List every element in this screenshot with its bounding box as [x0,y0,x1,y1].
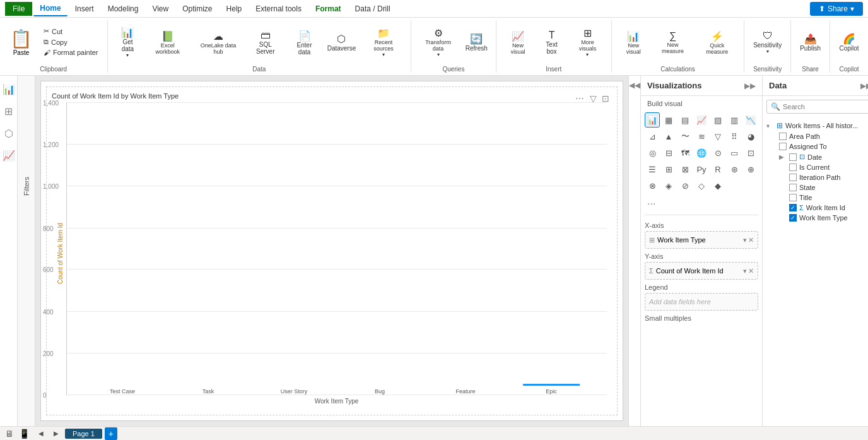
tree-item-area-path[interactable]: Area Path [766,131,868,141]
chart-container[interactable]: Count of Work Item Id by Work Item Type … [46,86,618,415]
refresh-button[interactable]: 🔄 Refresh [462,30,491,54]
viz-kpi-icon[interactable]: ⊡ [743,145,758,160]
add-page-button[interactable]: + [105,427,117,440]
viz-donut-icon[interactable]: ◎ [645,145,660,160]
tree-checkbox-area-path[interactable] [779,133,787,140]
sensitivity-button[interactable]: 🛡 Sensitivity ▾ [749,28,785,57]
viz-collapse-left-icon[interactable]: ◀◀ [629,81,640,90]
viz-card-icon[interactable]: ▭ [727,145,742,160]
new-measure-button[interactable]: ∑ New measure [653,28,693,57]
legend-box[interactable]: Add data fields here [645,293,758,311]
viz-more3-icon[interactable]: ⊘ [677,178,693,193]
recent-sources-button[interactable]: 📁 Recent sources ▾ [361,25,406,60]
tree-item-iteration-path[interactable]: Iteration Path [766,172,868,182]
menu-modeling[interactable]: Modeling [102,2,145,16]
report-view-icon[interactable]: 📊 [0,81,18,98]
viz-100pct-column-icon[interactable]: ▥ [727,112,742,128]
enter-data-button[interactable]: 📄 Enter data [287,27,322,58]
desktop-view-icon[interactable]: 🖥 [5,429,14,439]
search-input[interactable] [783,103,868,110]
viz-table-icon[interactable]: ⊞ [661,162,676,177]
viz-pie-chart-icon[interactable]: ◕ [743,129,758,144]
viz-matrix-icon[interactable]: ⊠ [677,162,693,177]
viz-bar-chart-icon[interactable]: 📊 [645,112,660,128]
tree-checkbox-date[interactable] [789,153,797,161]
viz-more1-icon[interactable]: ⊗ [645,178,660,193]
canvas-area[interactable]: Count of Work Item Id by Work Item Type … [35,76,628,426]
bar-epic[interactable] [523,384,580,386]
tree-root-item[interactable]: ▾ ⊞ Work Items - All histor... [766,120,868,131]
y-axis-expand-btn[interactable]: ▾ [743,267,747,275]
menu-help[interactable]: Help [220,2,249,16]
viz-100pct-bar-icon[interactable]: ▤ [677,112,693,128]
tree-checkbox-title[interactable] [789,194,797,201]
menu-format[interactable]: Format [309,2,348,16]
menu-home[interactable]: Home [33,1,67,16]
viz-column-chart-icon[interactable]: 📈 [694,112,709,128]
x-axis-remove-btn[interactable]: ✕ [748,236,754,244]
sql-server-button[interactable]: 🗃 SQL Server [247,27,284,57]
viz-scatter-icon[interactable]: ⠿ [727,129,742,144]
tree-item-is-current[interactable]: Is Current [766,162,868,172]
menu-optimize[interactable]: Optimize [176,2,218,16]
viz-custom4-icon[interactable]: ⊕ [743,162,758,177]
excel-workbook-button[interactable]: 📗 Excel workbook [145,28,190,57]
tree-item-date[interactable]: ▶ ⊡ Date [766,152,868,162]
menu-external-tools[interactable]: External tools [249,2,308,16]
tree-item-assigned-to[interactable]: Assigned To [766,141,868,152]
tree-checkbox-assigned-to[interactable] [779,143,787,150]
page-1-tab[interactable]: Page 1 [65,429,102,439]
share-button[interactable]: ⬆ Share ▾ [810,2,863,16]
next-page-btn[interactable]: ▶ [50,427,62,440]
y-axis-box[interactable]: Σ Count of Work Item Id ▾ ✕ [645,262,758,280]
viz-line-chart-icon[interactable]: 📉 [743,112,758,128]
viz-custom2-icon[interactable]: R [710,162,725,177]
viz-gauge-icon[interactable]: ⊙ [710,145,725,160]
tree-root-expand-icon[interactable]: ▾ [766,122,774,129]
copy-button[interactable]: ⧉ Copy [40,37,102,47]
tree-item-work-item-type[interactable]: ✓ Work Item Type [766,213,868,223]
data-panel-expand-icon[interactable]: ▶▶ [860,81,868,90]
viz-treemap-icon[interactable]: ⊟ [661,145,676,160]
viz-waterfall-icon[interactable]: ≋ [694,129,709,144]
viz-more4-icon[interactable]: ◇ [694,178,709,193]
publish-button[interactable]: 📤 Publish [796,30,824,54]
paste-button[interactable]: 📋 Paste [5,26,37,59]
onelake-button[interactable]: ☁ OneLake data hub [192,28,243,57]
tree-item-title[interactable]: Title [766,193,868,203]
menu-insert[interactable]: Insert [69,2,100,16]
dax-query-icon[interactable]: 📈 [0,147,18,164]
tree-checkbox-iteration-path[interactable] [789,174,797,181]
viz-more5-icon[interactable]: ◆ [710,178,725,193]
x-axis-expand-btn[interactable]: ▾ [743,236,747,244]
cut-button[interactable]: ✂ Cut [40,26,102,37]
get-data-button[interactable]: 📊 Get data ▾ [113,24,143,61]
copilot-button[interactable]: 🌈 Copilot [835,30,863,54]
format-painter-button[interactable]: 🖌 Format painter [40,47,102,57]
tree-checkbox-state[interactable] [789,184,797,191]
viz-more2-icon[interactable]: ◈ [661,178,676,193]
text-box-button[interactable]: T Text box [537,27,566,57]
x-axis-box[interactable]: ⊞ Work Item Type ▾ ✕ [645,231,758,249]
tree-checkbox-work-item-id[interactable]: ✓ [789,204,797,211]
prev-page-btn[interactable]: ◀ [35,427,47,440]
new-visual-calc-button[interactable]: 📊 New visual [617,28,650,57]
viz-area-chart-icon[interactable]: ⊿ [645,129,660,144]
tree-item-work-item-id[interactable]: ✓ Σ Work Item Id [766,203,868,213]
viz-clustered-column-icon[interactable]: ▧ [710,112,725,128]
mobile-view-icon[interactable]: 📱 [19,429,30,439]
table-view-icon[interactable]: ⊞ [2,103,15,120]
tree-checkbox-is-current[interactable] [789,164,797,171]
y-axis-remove-btn[interactable]: ✕ [748,267,754,275]
more-visuals-button[interactable]: ⊞ More visuals ▾ [569,25,606,60]
dataverse-button[interactable]: ⬡ Dataverse [324,30,359,54]
viz-filled-map-icon[interactable]: 🌐 [694,145,709,160]
model-view-icon[interactable]: ⬡ [2,125,16,142]
search-box[interactable]: 🔍 [766,100,868,114]
tree-item-state[interactable]: State [766,182,868,193]
viz-clustered-bar-icon[interactable]: ▦ [661,112,676,128]
viz-more-button[interactable]: ··· [641,196,762,212]
viz-stacked-area-icon[interactable]: ▲ [661,129,676,144]
tree-date-expand-icon[interactable]: ▶ [779,153,787,160]
viz-funnel-icon[interactable]: ▽ [710,129,725,144]
